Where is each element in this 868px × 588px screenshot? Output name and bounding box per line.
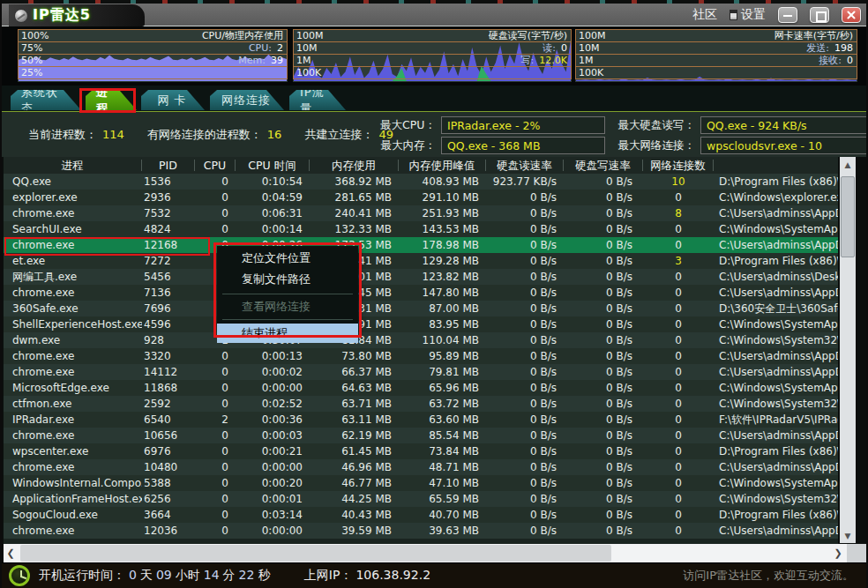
net-connections: 0 — [643, 191, 714, 204]
column-header[interactable]: 硬盘读速率 — [486, 160, 564, 171]
menu-item-kill-process[interactable]: 结束进程 — [217, 324, 358, 343]
tab-nic[interactable]: 网 卡 — [141, 90, 205, 110]
table-row[interactable]: ctfmon.exe259200:02:5263.71 MB63.72 MB0 … — [4, 396, 838, 412]
menu-item-locate-file[interactable]: 定位文件位置 — [217, 248, 358, 269]
pid: 2936 — [142, 191, 195, 204]
minimize-button[interactable] — [778, 7, 797, 23]
process-name: chrome.exe — [4, 366, 142, 378]
horizontal-scrollbar[interactable]: ❮ ❯ — [4, 544, 847, 562]
vertical-scrollbar[interactable]: ▲ ▼ — [840, 157, 856, 543]
file-path: F:\软件\IPRadarV5\IPRadar — [714, 413, 838, 428]
column-header[interactable]: 进程 — [4, 160, 142, 171]
file-path: C:\Windows\System32\Ap — [714, 493, 838, 505]
menu-item-copy-path[interactable]: 复制文件路径 — [217, 269, 358, 290]
scale-label: 100M — [296, 30, 324, 42]
table-row[interactable]: chrome.exe332000:00:1373.80 MB95.89 MB0 … — [4, 348, 838, 364]
tab-system-status[interactable]: 系统状态 — [11, 90, 81, 110]
tab-ip-traffic[interactable]: IP流量 — [289, 90, 346, 110]
table-row[interactable]: SogouCloud.exe366400:03:1440.43 MB40.70 … — [4, 507, 838, 523]
scroll-left-arrow-icon[interactable]: ❮ — [4, 544, 18, 562]
table-row[interactable]: chrome.exe1203600:00:0039.59 MB39.63 MB0… — [4, 523, 838, 539]
disk-read: 0 B/s — [486, 271, 564, 283]
maximize-button[interactable] — [810, 7, 829, 23]
table-row[interactable]: 360Safe.exe769600:00:0985.31 MB87.00 MB0… — [4, 301, 838, 316]
table-row[interactable]: et.exe727200:00:08127.41 MB129.28 MB0 B/… — [4, 253, 838, 269]
community-link[interactable]: 社区 — [692, 7, 717, 23]
table-row[interactable]: chrome.exe713600:00:04144.45 MB147.80 MB… — [4, 285, 838, 301]
file-path: C:\Users\adminss\AppData — [714, 239, 838, 251]
graph-readout: 写:12.0K — [521, 55, 567, 67]
max-stat-label: 最大内存： — [372, 138, 436, 153]
file-path: C:\Windows\SystemApps\ — [714, 223, 838, 235]
table-row[interactable]: 网编工具.exe545600:00:12120.01 MB123.82 MB0 … — [4, 269, 838, 285]
net-connections: 0 — [643, 445, 714, 458]
tab-connections[interactable]: 网络连接 — [210, 90, 284, 110]
scroll-up-arrow-icon[interactable]: ▲ — [840, 157, 856, 172]
process-name: 360Safe.exe — [4, 302, 142, 315]
table-row[interactable]: chrome.exe1216800:00:26173.53 MB178.98 M… — [4, 237, 838, 253]
column-header[interactable]: PID — [142, 160, 195, 171]
close-button[interactable] — [842, 7, 861, 23]
horizontal-scroll-thumb[interactable] — [20, 545, 611, 562]
column-header[interactable]: 网络连接数 — [643, 160, 714, 171]
pid: 11868 — [142, 382, 195, 394]
process-name: ctfmon.exe — [4, 398, 142, 410]
disk-write: 0 B/s — [564, 398, 643, 410]
mem-usage: 240.41 MB — [310, 207, 399, 220]
scale-label: 50% — [21, 55, 42, 67]
table-row[interactable]: chrome.exe1048000:00:0046.96 MB48.71 MB0… — [4, 459, 838, 475]
table-row[interactable]: WindowsInternal.Compo...538800:00:2046.7… — [4, 475, 838, 491]
mem-usage: 39.59 MB — [310, 525, 399, 537]
column-header[interactable]: 内存使用峰值 — [399, 160, 486, 171]
table-row[interactable]: SearchUI.exe482400:00:14132.33 MB143.53 … — [4, 221, 838, 237]
cpu-time: 0:02:52 — [236, 398, 310, 410]
table-row[interactable]: chrome.exe753200:06:31240.41 MB251.93 MB… — [4, 205, 838, 221]
cpu-time: 0:00:14 — [236, 223, 310, 235]
disk-read: 0 B/s — [486, 509, 564, 521]
column-header[interactable]: CPU 时间 — [236, 160, 310, 171]
disk-write: 0 B/s — [564, 366, 643, 378]
scale-label: 1M — [579, 55, 594, 67]
process-table: 进程PIDCPUCPU 时间内存使用内存使用峰值硬盘读速率硬盘写速率网络连接数 … — [4, 157, 838, 544]
pid: 1536 — [142, 175, 195, 188]
disk-write: 0 B/s — [564, 382, 643, 394]
column-header[interactable]: 硬盘写速率 — [564, 160, 643, 171]
mem-peak: 65.96 MB — [399, 382, 486, 394]
column-header[interactable]: 内存使用 — [310, 160, 399, 171]
pid: 7136 — [142, 287, 195, 299]
table-body: QQ.exe153600:10:54368.92 MB408.93 MB923.… — [4, 174, 838, 539]
disk-read: 0 B/s — [486, 366, 564, 378]
disk-read: 0 B/s — [486, 382, 564, 394]
settings-link[interactable]: 设置 — [730, 7, 766, 23]
table-row[interactable]: chrome.exe1411200:00:0266.37 MB79.81 MB0… — [4, 364, 838, 380]
table-row[interactable]: ApplicationFrameHost.exe625600:00:0144.2… — [4, 491, 838, 507]
scroll-right-arrow-icon[interactable]: ❯ — [831, 544, 845, 562]
table-row[interactable]: ShellExperienceHost.exe459600:00:0282.91… — [4, 316, 838, 332]
tab-process[interactable]: 进 程 — [86, 90, 137, 110]
table-row[interactable]: wpscenter.exe697600:00:2161.45 MB73.84 M… — [4, 443, 838, 459]
max-stat-value: QQ.exe - 368 MB — [441, 137, 605, 154]
file-path: C:\Users\adminss\AppData — [714, 525, 838, 537]
net-connections: 10 — [643, 175, 714, 188]
table-row[interactable]: explorer.exe293600:04:59281.65 MB291.10 … — [4, 190, 838, 205]
table-row[interactable]: IPRadar.exe654020:00:3663.11 MB63.60 MB0… — [4, 412, 838, 428]
file-path: D:\Program Files (x86)\WP — [714, 255, 838, 267]
cpu: 0 — [195, 493, 236, 505]
table-row[interactable]: dwm.exe92810:30:0781.84 MB110.04 MB0 B/s… — [4, 332, 838, 348]
file-path: C:\Users\adminss\AppData — [714, 461, 838, 473]
pid: 7696 — [142, 302, 195, 315]
table-header[interactable]: 进程PIDCPUCPU 时间内存使用内存使用峰值硬盘读速率硬盘写速率网络连接数 — [4, 157, 838, 174]
pid: 3664 — [142, 509, 195, 521]
column-header[interactable]: CPU — [195, 160, 236, 171]
mem-peak: 87.00 MB — [399, 302, 486, 315]
file-path: C:\Windows\SystemApps\S — [714, 318, 838, 331]
table-row[interactable]: chrome.exe1065600:00:0362.19 MB85.54 MB0… — [4, 428, 838, 443]
table-row[interactable]: QQ.exe153600:10:54368.92 MB408.93 MB923.… — [4, 174, 838, 190]
mem-peak: 63.60 MB — [399, 413, 486, 426]
mem-peak: 129.28 MB — [399, 255, 486, 267]
table-row[interactable]: MicrosoftEdge.exe1186800:00:0064.63 MB65… — [4, 380, 838, 396]
scroll-down-arrow-icon[interactable]: ▼ — [840, 528, 856, 543]
column-header[interactable] — [714, 160, 838, 171]
net-connections: 0 — [643, 318, 714, 331]
vertical-scroll-thumb[interactable] — [841, 176, 855, 257]
